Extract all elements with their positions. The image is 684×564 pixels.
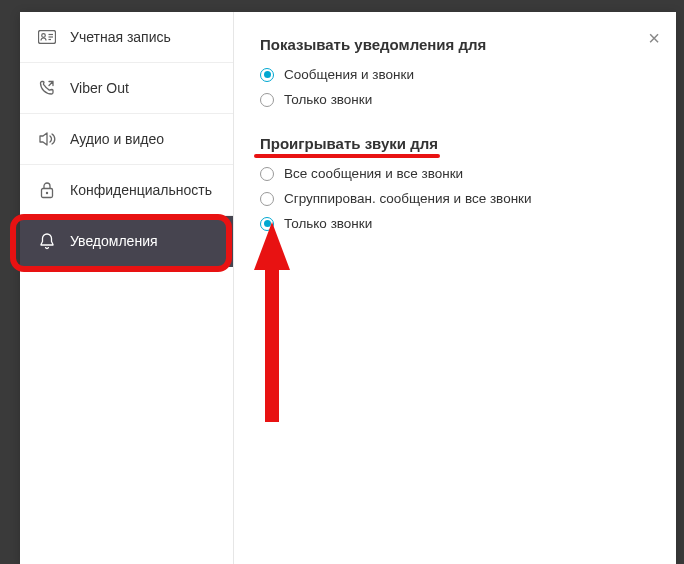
settings-modal: Учетная запись Viber Out Аудио и видео К… [20, 12, 676, 564]
section-title: Показывать уведомления для [260, 36, 650, 53]
radio-grouped-messages-calls[interactable]: Сгруппирован. сообщения и все звонки [260, 191, 650, 206]
section-play-sounds: Проигрывать звуки для Все сообщения и вс… [260, 135, 650, 231]
sidebar-item-label: Конфиденциальность [70, 182, 212, 198]
speaker-icon [38, 130, 56, 148]
radio-label: Только звонки [284, 92, 372, 107]
lock-icon [38, 181, 56, 199]
sidebar-item-label: Уведомления [70, 233, 158, 249]
close-button[interactable]: × [648, 28, 660, 48]
sidebar-item-account[interactable]: Учетная запись [20, 12, 233, 63]
section-show-notifications: Показывать уведомления для Сообщения и з… [260, 36, 650, 107]
svg-point-1 [42, 34, 46, 38]
radio-indicator [260, 217, 274, 231]
radio-indicator [260, 192, 274, 206]
sidebar-item-label: Учетная запись [70, 29, 171, 45]
radio-indicator [260, 68, 274, 82]
annotation-underline [254, 154, 440, 158]
radio-label: Только звонки [284, 216, 372, 231]
bell-icon [38, 232, 56, 250]
radio-messages-and-calls[interactable]: Сообщения и звонки [260, 67, 650, 82]
radio-label: Сообщения и звонки [284, 67, 414, 82]
radio-label: Сгруппирован. сообщения и все звонки [284, 191, 532, 206]
sidebar-item-label: Аудио и видео [70, 131, 164, 147]
radio-indicator [260, 93, 274, 107]
sidebar-item-audio-video[interactable]: Аудио и видео [20, 114, 233, 165]
settings-content: × Показывать уведомления для Сообщения и… [234, 12, 676, 564]
sidebar-item-label: Viber Out [70, 80, 129, 96]
sidebar-item-viber-out[interactable]: Viber Out [20, 63, 233, 114]
svg-point-6 [46, 192, 48, 194]
radio-all-messages-calls[interactable]: Все сообщения и все звонки [260, 166, 650, 181]
phone-out-icon [38, 79, 56, 97]
radio-only-calls[interactable]: Только звонки [260, 92, 650, 107]
radio-indicator [260, 167, 274, 181]
section-title: Проигрывать звуки для [260, 135, 650, 152]
sidebar-item-notifications[interactable]: Уведомления [20, 216, 233, 267]
radio-sounds-only-calls[interactable]: Только звонки [260, 216, 650, 231]
sidebar-item-privacy[interactable]: Конфиденциальность [20, 165, 233, 216]
radio-label: Все сообщения и все звонки [284, 166, 463, 181]
settings-sidebar: Учетная запись Viber Out Аудио и видео К… [20, 12, 234, 564]
id-card-icon [38, 28, 56, 46]
